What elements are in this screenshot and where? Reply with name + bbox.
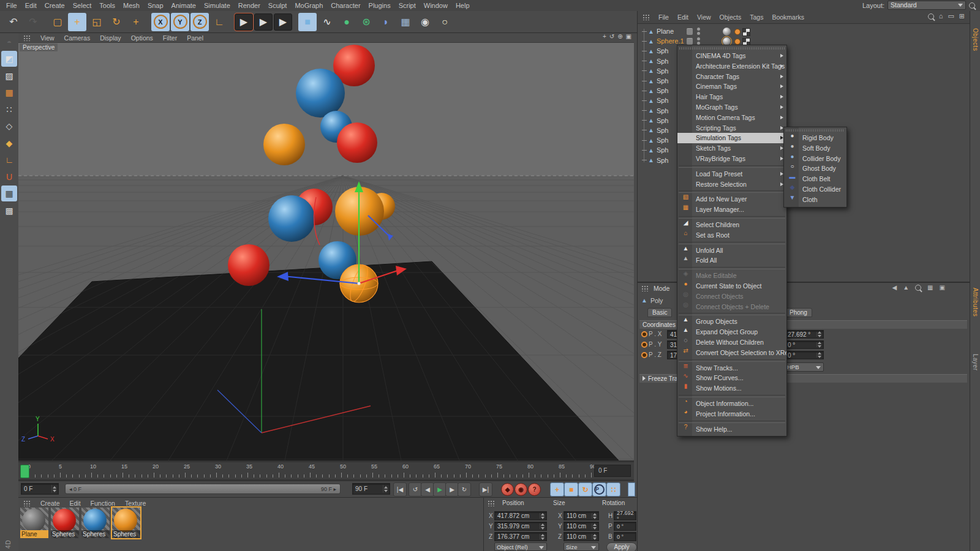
menu-item-project-information[interactable]: ◕Project Information...	[677, 409, 786, 419]
menu-item-expand-object-group[interactable]: ▲Expand Object Group	[677, 327, 786, 337]
move-button[interactable]: +	[68, 13, 86, 31]
keyframe-icon[interactable]	[641, 352, 647, 358]
frame-spinner[interactable]	[51, 485, 57, 493]
menu-item-simulation-tags[interactable]: Simulation Tags	[677, 133, 786, 143]
tab-phong[interactable]: Phong	[785, 308, 812, 317]
spinner[interactable]	[816, 332, 822, 337]
add-cube-button[interactable]: ■	[298, 13, 317, 31]
sphere-blue[interactable]	[296, 69, 345, 118]
menu-item-load-tag-preset[interactable]: Load Tag Preset	[677, 169, 786, 179]
keyframe-icon[interactable]	[641, 331, 647, 337]
render-dots-toggle[interactable]	[697, 28, 700, 35]
menu-item-show-motions[interactable]: ▮Show Motions...	[677, 383, 786, 394]
object-row-plane[interactable]: ▲Plane	[638, 26, 970, 36]
add-spline-button[interactable]: ∿	[318, 13, 336, 31]
spinner[interactable]	[592, 534, 597, 539]
submenu-item-collider-body[interactable]: ●Collider Body	[784, 154, 846, 164]
add-camera-button[interactable]: ◉	[416, 13, 434, 31]
submenu-item-cloth-belt[interactable]: ▬Cloth Belt	[784, 174, 846, 184]
menu-edit[interactable]: Edit	[25, 2, 37, 9]
mode-points-button[interactable]: ∷	[1, 102, 17, 118]
attribute-mode-menu[interactable]: Mode	[654, 285, 669, 292]
panel-grip-icon[interactable]	[641, 285, 649, 291]
om-menu-tags[interactable]: Tags	[750, 13, 763, 21]
om-menu-objects[interactable]: Objects	[720, 13, 742, 21]
pla-partial-button[interactable]	[628, 482, 635, 497]
end-frame-field[interactable]: 90 F	[352, 483, 390, 495]
frame-range-slider[interactable]: ◂ 0 F 90 F ▸	[65, 484, 341, 494]
keyframe-icon[interactable]	[641, 342, 647, 348]
menu-item-character-tags[interactable]: Character Tags	[677, 72, 786, 82]
sphere-red[interactable]	[337, 122, 377, 163]
size-x-field[interactable]: 110 cm	[564, 511, 599, 520]
menu-mesh[interactable]: Mesh	[123, 2, 140, 9]
key-scale-button[interactable]: ■	[564, 482, 578, 497]
mode-model-button[interactable]: ◩	[1, 51, 17, 67]
menu-item-set-as-root[interactable]: ⌂Set as Root	[677, 230, 786, 241]
play-reverse-button[interactable]: ↺	[409, 482, 422, 497]
pos-z-field[interactable]: 176.377 cm	[494, 532, 547, 541]
submenu-item-soft-body[interactable]: ●Soft Body	[784, 143, 846, 154]
play-loop-button[interactable]: ↻	[458, 482, 471, 497]
lock-workplane-button[interactable]: ▦	[1, 186, 17, 201]
mode-edges-button[interactable]: ◇	[1, 118, 17, 134]
menu-item-cinema-4d-tags[interactable]: CINEMA 4D Tags	[677, 51, 786, 61]
record-options-button[interactable]: ◉	[514, 483, 527, 496]
menu-window[interactable]: Window	[424, 2, 448, 9]
menu-item-fold-all[interactable]: ▲Fold All	[677, 255, 786, 266]
render-picture-viewer-button[interactable]: ▶	[254, 13, 273, 31]
menu-item-layer-manager[interactable]: ▦Layer Manager...	[677, 204, 786, 215]
attr-rotation-field[interactable]: 0 °	[785, 340, 824, 349]
orbit-icon[interactable]: ↺	[609, 34, 614, 40]
menu-item-motion-camera-tags[interactable]: Motion Camera Tags	[677, 113, 786, 123]
panel-grip-icon[interactable]	[23, 500, 31, 506]
coord-mode-dropdown[interactable]: Object (Rel)	[494, 542, 547, 551]
viewport[interactable]: ViewCamerasDisplayOptionsFilterPanel +↺⊕…	[18, 33, 634, 460]
menu-item-object-information[interactable]: ◔Object Information...	[677, 399, 786, 409]
tab-layer-vertical[interactable]: Layer	[972, 354, 979, 371]
pan-icon[interactable]: +	[603, 34, 606, 40]
next-frame-button[interactable]: ▶	[445, 482, 459, 497]
key-parameter-button[interactable]: P	[592, 482, 606, 497]
menu-item-mograph-tags[interactable]: MoGraph Tags	[677, 102, 786, 113]
pos-x-field[interactable]: 417.872 cm	[494, 511, 547, 520]
search-icon[interactable]	[915, 285, 921, 291]
goto-start-button[interactable]: |◀	[393, 482, 407, 497]
key-pla-button[interactable]: ∷	[606, 482, 620, 497]
menu-mograph[interactable]: MoGraph	[295, 2, 323, 9]
key-rotation-button[interactable]: ↻	[578, 482, 592, 497]
menu-character[interactable]: Character	[331, 2, 360, 9]
menu-item-convert-object-selection-to-xref[interactable]: ⇄Convert Object Selection to XRef	[677, 348, 786, 358]
viewport-menu-view[interactable]: View	[40, 34, 55, 42]
add-light-button[interactable]: ○	[435, 13, 454, 31]
menu-item-add-to-new-layer[interactable]: ▧Add to New Layer	[677, 194, 786, 204]
goto-end-button[interactable]: ▶|	[479, 482, 492, 497]
play-button[interactable]: ▶	[433, 482, 447, 497]
menu-create[interactable]: Create	[45, 2, 65, 9]
material-menu-function[interactable]: Function	[91, 500, 115, 507]
maximize-icon[interactable]: ▣	[626, 34, 631, 40]
menu-item-select-children[interactable]: ◢Select Children	[677, 220, 786, 230]
menu-help[interactable]: Help	[456, 2, 470, 9]
add-deformer-button[interactable]: ◗	[377, 13, 395, 31]
tab-objects-vertical[interactable]: Objects	[972, 28, 979, 51]
submenu-item-ghost-body[interactable]: ○Ghost Body	[784, 163, 846, 174]
add-floor-button[interactable]: ▦	[396, 13, 415, 31]
current-frame-field[interactable]: 0 F	[594, 465, 631, 477]
menu-item-show-fcurves[interactable]: ∿Show FCurves...	[677, 373, 786, 383]
menu-plugins[interactable]: Plugins	[369, 2, 391, 9]
home-icon[interactable]: ⌂	[939, 13, 943, 20]
rot-h-field[interactable]: 27.692 °	[614, 511, 636, 520]
spinner[interactable]	[540, 523, 545, 529]
attr-rotation-field[interactable]: 27.692 °	[785, 330, 824, 339]
spinner[interactable]	[816, 353, 822, 358]
menu-render[interactable]: Render	[238, 2, 260, 9]
sculpt-button[interactable]: ◓	[1, 34, 17, 50]
menu-item-architecture-extension-kit-tags[interactable]: Architecture Extension Kit Tags	[677, 61, 786, 72]
sphere-orange[interactable]	[263, 124, 305, 165]
menu-item-show-help[interactable]: ?Show Help...	[677, 424, 786, 435]
tab-basic[interactable]: Basic	[647, 308, 672, 317]
pos-y-field[interactable]: 315.979 cm	[494, 522, 547, 531]
snap-button[interactable]: U	[1, 169, 17, 185]
submenu-item-cloth-collider[interactable]: ◆Cloth Collider	[784, 184, 846, 195]
